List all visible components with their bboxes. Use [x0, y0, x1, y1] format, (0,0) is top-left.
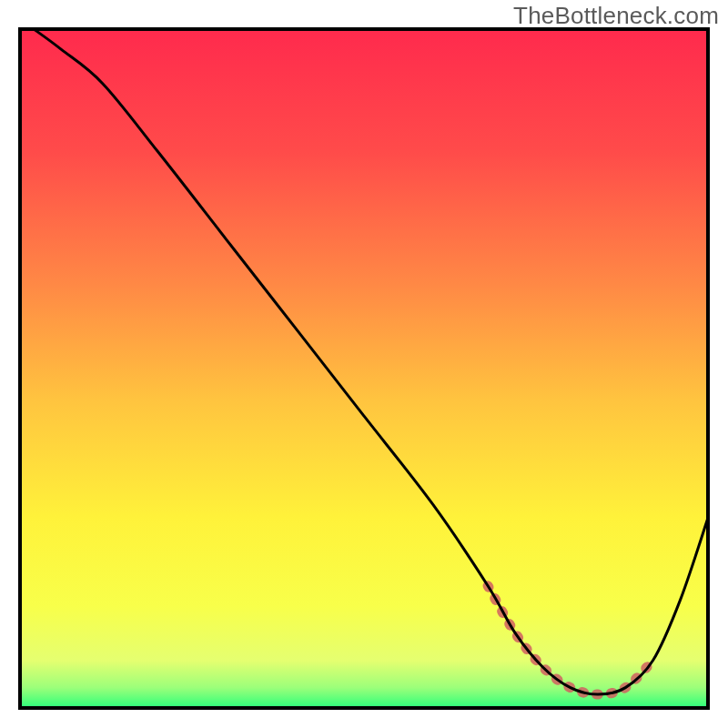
chart-container: { "watermark": "TheBottleneck.com", "cha… [0, 0, 728, 728]
plot-background [20, 29, 708, 708]
bottleneck-chart [0, 0, 728, 728]
watermark-text: TheBottleneck.com [513, 2, 719, 30]
